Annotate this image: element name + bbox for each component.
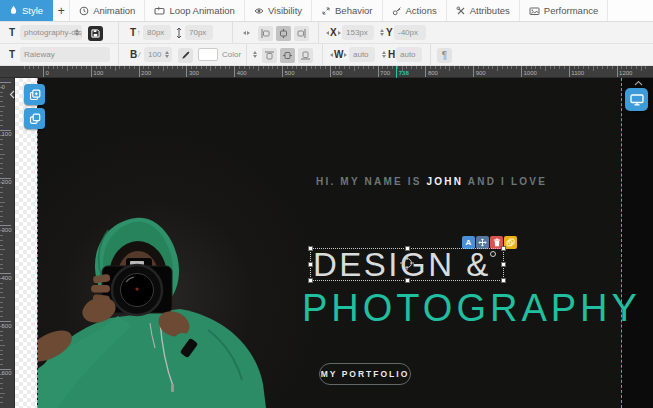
selection-box[interactable]: DESIGN & — [310, 248, 504, 281]
resize-handle-n[interactable] — [405, 246, 410, 251]
collapse-panel-arrow[interactable] — [9, 89, 17, 99]
font-family-label: T — [9, 44, 15, 65]
tab-add[interactable]: + — [53, 0, 70, 21]
valign-middle-button[interactable] — [280, 48, 295, 63]
tab-behavior[interactable]: Behavior — [312, 0, 383, 21]
color-picker-pen-button[interactable] — [178, 48, 193, 63]
diagonal-arrows-icon — [321, 6, 331, 16]
v-ruler[interactable]: 0100200300400500600 — [0, 78, 15, 408]
kicker-text[interactable]: HI. MY NAME IS JOHN AND I LOVE — [316, 176, 547, 187]
clock-icon — [79, 6, 89, 16]
align-center-button[interactable] — [276, 26, 291, 41]
font-weight-label: B/ — [130, 44, 140, 65]
style-drop-icon — [9, 5, 18, 16]
hero-photo[interactable] — [38, 118, 323, 408]
tab-performance[interactable]: Performance — [520, 0, 608, 21]
my-portfolio-button[interactable]: MY PORTFOLIO — [319, 363, 411, 385]
monitor-icon — [630, 94, 644, 106]
floppy-icon — [91, 29, 100, 38]
font-toolbar: T Raleway B/ 100 Color W auto H auto ¶ — [0, 44, 653, 66]
tab-label: Performance — [544, 5, 598, 16]
ruler-collapse-chevron[interactable] — [630, 78, 646, 88]
add-slide-button[interactable] — [24, 84, 45, 105]
slides-editor: Style + Animation Loop Animation Visibil… — [0, 0, 653, 408]
line-height-input[interactable]: 70px — [185, 25, 213, 40]
width-label: W — [330, 44, 347, 65]
save-font-style-button[interactable] — [88, 26, 103, 41]
valign-bottom-button[interactable] — [298, 48, 313, 63]
tab-visibility[interactable]: Visibility — [245, 0, 312, 21]
line-height-icon — [176, 22, 182, 43]
slide-canvas[interactable]: HI. MY NAME IS JOHN AND I LOVE A DESIGN … — [37, 78, 622, 408]
resize-handle-w[interactable] — [308, 262, 313, 267]
x-position-input[interactable]: 153px — [342, 25, 374, 40]
tab-attributes[interactable]: Attributes — [447, 0, 520, 21]
line-height-value: 70px — [189, 28, 206, 37]
toolbar-divider — [322, 44, 323, 65]
font-family-input[interactable]: Raleway — [20, 47, 110, 62]
font-size-input[interactable]: 80px — [143, 25, 171, 40]
color-swatch[interactable] — [198, 48, 218, 61]
eye-icon — [254, 6, 264, 16]
y-position-label: Y — [380, 22, 393, 43]
stepper-arrows-icon — [75, 25, 79, 40]
vertical-spacing-icon — [253, 44, 257, 65]
heading-photography[interactable]: PHOTOGRAPHY — [302, 287, 641, 330]
kicker-post: AND I LOVE — [468, 176, 547, 187]
resize-handle-s[interactable] — [405, 278, 410, 283]
ruler-position-marker[interactable] — [396, 66, 397, 78]
y-position-value: -40px — [398, 28, 418, 37]
toolbar-divider — [246, 44, 247, 65]
workspace: 0100200300400500600700800900100011001200… — [0, 66, 653, 408]
height-input[interactable]: auto — [396, 47, 422, 62]
typography-toolbar: T photography-disp T↑ 80px 70px X 153px … — [0, 22, 653, 44]
add-slide-icon — [29, 89, 41, 101]
anchor-crosshair[interactable] — [399, 255, 415, 275]
duplicate-slide-button[interactable] — [24, 108, 45, 129]
x-position-label: X — [326, 22, 341, 43]
preview-button[interactable] — [625, 88, 648, 111]
width-input[interactable]: auto — [349, 47, 375, 62]
color-label: Color — [222, 44, 241, 65]
valign-top-icon — [264, 50, 275, 61]
align-left-icon — [260, 28, 271, 39]
align-center-icon — [278, 28, 289, 39]
kicker-name: JOHN — [427, 176, 464, 187]
font-style-value: photography-disp — [24, 28, 82, 37]
font-style-select[interactable]: photography-disp — [20, 25, 82, 40]
pilcrow-icon: ¶ — [442, 50, 447, 61]
align-left-button[interactable] — [258, 26, 273, 41]
resize-handle-sw[interactable] — [308, 278, 313, 283]
trash-icon — [493, 238, 501, 247]
tab-label: Actions — [406, 5, 437, 16]
x-position-value: 153px — [346, 28, 368, 37]
text-tool-label: T — [9, 22, 15, 43]
h-ruler[interactable]: 0100200300400500600700800900100011001200… — [0, 66, 653, 78]
toolbar-divider — [318, 22, 319, 43]
tab-loop-animation[interactable]: Loop Animation — [145, 0, 245, 21]
toolbar-divider — [118, 44, 119, 65]
ruler-position-value: 738 — [399, 70, 409, 76]
align-right-button[interactable] — [294, 26, 309, 41]
tab-style[interactable]: Style — [0, 0, 53, 21]
paragraph-settings-button[interactable]: ¶ — [437, 48, 452, 63]
toolbar-divider — [232, 22, 233, 43]
tab-bar-spacer — [608, 0, 653, 21]
resize-handle-e[interactable] — [501, 262, 506, 267]
resize-handle-se[interactable] — [501, 278, 506, 283]
valign-middle-icon — [282, 50, 293, 61]
rotate-handle[interactable] — [490, 251, 496, 257]
resize-handle-ne[interactable] — [501, 246, 506, 251]
tab-animation[interactable]: Animation — [70, 0, 145, 21]
font-size-value: 80px — [147, 28, 164, 37]
font-family-value: Raleway — [24, 50, 55, 59]
resize-handle-nw[interactable] — [308, 246, 313, 251]
tab-actions[interactable]: Actions — [383, 0, 447, 21]
y-position-input[interactable]: -40px — [394, 25, 426, 40]
font-weight-stepper[interactable]: 100 — [144, 47, 172, 62]
width-value: auto — [353, 50, 369, 59]
valign-top-button[interactable] — [262, 48, 277, 63]
tab-bar: Style + Animation Loop Animation Visibil… — [0, 0, 653, 22]
tab-label: Behavior — [335, 5, 373, 16]
image-icon — [529, 6, 540, 16]
